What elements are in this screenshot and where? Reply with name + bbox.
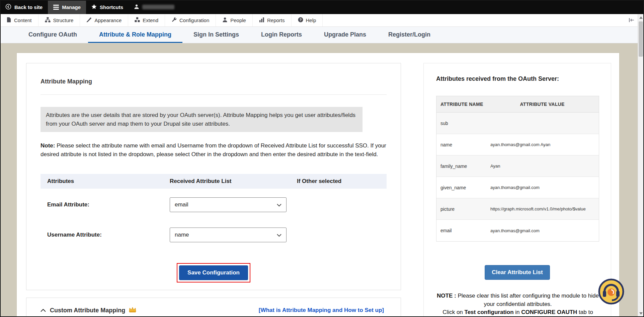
attribute-mapping-note: Note: Please select the attribute name w… xyxy=(41,141,387,158)
custom-attribute-mapping-header[interactable]: Custom Attribute Mapping [What is Attrib… xyxy=(41,307,387,314)
content-panel: Attribute Mapping Attributes are the use… xyxy=(16,53,620,317)
tab-configure-oauth[interactable]: Configure OAuth xyxy=(17,27,88,43)
column-received-attribute-list: Received Attribute List xyxy=(165,178,292,185)
structure-icon xyxy=(45,17,51,23)
attribute-mapping-description: Attributes are the user details that are… xyxy=(41,107,363,132)
module-tab-bar: Configure OAuth Attribute & Role Mapping… xyxy=(0,27,638,43)
chevron-up-icon[interactable] xyxy=(41,307,46,313)
menu-item-structure[interactable]: Structure xyxy=(38,14,80,26)
highlight-red-box: Save Configuration xyxy=(177,263,250,282)
menu-item-people[interactable]: People xyxy=(216,14,253,26)
note2-pre: Click on xyxy=(442,309,464,315)
scrollbar-up-arrow[interactable] xyxy=(639,16,643,19)
attribute-value: Ayan xyxy=(486,164,599,169)
svg-text:?: ? xyxy=(299,18,301,22)
tab-register-login[interactable]: Register/Login xyxy=(377,27,441,43)
divider xyxy=(41,94,387,95)
appearance-icon xyxy=(86,17,92,23)
username-attribute-row: Username Attribute: name xyxy=(41,228,387,242)
menu-item-content[interactable]: Content xyxy=(0,14,38,26)
support-chat-widget[interactable] xyxy=(598,278,625,305)
received-attributes-card: Attributes received from the OAuth Serve… xyxy=(423,63,611,317)
table-row: name ayan.thomas@gmail.com Ayan xyxy=(436,134,599,155)
attribute-value: ayan.thomas@gmail.com xyxy=(486,228,599,233)
extend-icon xyxy=(135,17,140,23)
main-content: Attribute Mapping Attributes are the use… xyxy=(0,43,638,317)
manage-label: Manage xyxy=(62,4,81,10)
menu-item-extend[interactable]: Extend xyxy=(128,14,165,26)
attribute-name: given_name xyxy=(436,185,486,190)
back-to-site-button[interactable]: Back to site xyxy=(0,0,48,14)
selected-value: email xyxy=(175,201,188,208)
menu-label: Help xyxy=(306,17,316,23)
username-attribute-label: Username Attribute: xyxy=(41,232,165,238)
menu-item-reports[interactable]: Reports xyxy=(253,14,292,26)
column-attributes: Attributes xyxy=(41,178,165,185)
menu-label: Extend xyxy=(143,17,158,23)
email-attribute-select[interactable]: email xyxy=(170,197,287,212)
collapse-left-icon xyxy=(628,17,635,24)
table-row: sub xyxy=(436,113,599,134)
configuration-icon xyxy=(171,17,177,23)
clear-list-note: NOTE : Please clear this list after conf… xyxy=(432,292,603,317)
clear-attribute-list-button[interactable]: Clear Attribute List xyxy=(485,265,550,280)
save-configuration-button[interactable]: Save Configuration xyxy=(179,265,248,280)
custom-attribute-mapping-title: Custom Attribute Mapping xyxy=(50,307,125,314)
menu-label: People xyxy=(230,17,246,23)
back-to-site-label: Back to site xyxy=(14,4,43,10)
menu-icon xyxy=(53,4,59,11)
custom-attribute-mapping-card: Custom Attribute Mapping [What is Attrib… xyxy=(26,298,401,317)
tab-upgrade-plans[interactable]: Upgrade Plans xyxy=(313,27,377,43)
attribute-value: ayan.thomas@gmail.com Ayan xyxy=(486,142,599,147)
username-redacted xyxy=(142,5,174,9)
manage-tab[interactable]: Manage xyxy=(48,0,86,14)
content-icon xyxy=(6,17,11,23)
menu-label: Structure xyxy=(53,17,74,23)
back-icon xyxy=(5,4,11,11)
shortcuts-tab[interactable]: Shortcuts xyxy=(86,0,129,14)
table-row: given_name ayan.thomas@gmail.com xyxy=(436,177,599,198)
note-line-2: Click on Test configuration in CONFIGURE… xyxy=(432,308,603,317)
attribute-mapping-help-link[interactable]: [What is Attribute Mapping and How to Se… xyxy=(259,307,384,314)
toolbar-orientation-toggle[interactable] xyxy=(628,14,635,27)
menu-item-appearance[interactable]: Appearance xyxy=(80,14,128,26)
menu-label: Appearance xyxy=(94,17,122,23)
mapping-table-header: Attributes Received Attribute List If Ot… xyxy=(41,174,387,189)
tab-attribute-role-mapping[interactable]: Attribute & Role Mapping xyxy=(88,27,182,43)
table-row: picture https://graph.microsoft.com/v1.0… xyxy=(436,198,599,220)
crown-premium-icon xyxy=(129,307,137,314)
table-row: family_name Ayan xyxy=(436,155,599,177)
clear-area: Clear Attribute List xyxy=(436,265,598,280)
note-label: NOTE : xyxy=(437,293,456,299)
tab-login-reports[interactable]: Login Reports xyxy=(250,27,313,43)
attribute-value: ayan.thomas@gmail.com xyxy=(486,185,599,190)
admin-menu-bar: Content Structure Appearance Extend Conf… xyxy=(0,14,638,27)
note-label: Note: xyxy=(41,142,55,149)
menu-item-help[interactable]: ? Help xyxy=(292,14,323,26)
attribute-value: https://graph.microsoft.com/v1.0/me/phot… xyxy=(486,206,599,211)
scrollbar-down-arrow[interactable] xyxy=(639,312,643,315)
note2-bold1: Test configuration xyxy=(465,309,514,315)
column-attribute-name: ATTRIBUTE NAME xyxy=(436,102,486,107)
user-account-tab[interactable] xyxy=(129,0,180,14)
attribute-mapping-card: Attribute Mapping Attributes are the use… xyxy=(26,63,401,290)
scrollbar-thumb[interactable] xyxy=(639,21,643,57)
received-attributes-title: Attributes received from the OAuth Serve… xyxy=(436,75,598,82)
user-icon xyxy=(134,4,139,10)
menu-item-configuration[interactable]: Configuration xyxy=(165,14,216,26)
column-attribute-value: ATTRIBUTE VALUE xyxy=(486,102,599,107)
note-line-1: NOTE : Please clear this list after conf… xyxy=(432,292,603,308)
star-icon xyxy=(91,4,97,10)
people-icon xyxy=(222,17,228,23)
note-body: Please clear this list after configuring… xyxy=(456,293,599,307)
received-attributes-table-header: ATTRIBUTE NAME ATTRIBUTE VALUE xyxy=(436,96,599,113)
username-attribute-select[interactable]: name xyxy=(170,228,287,242)
attribute-name: sub xyxy=(436,121,486,126)
page-scrollbar[interactable] xyxy=(638,14,644,317)
email-attribute-row: Email Attribute: email xyxy=(41,197,387,212)
table-row: email ayan.thomas@gmail.com xyxy=(436,220,599,241)
attribute-name: picture xyxy=(436,206,486,212)
tab-sign-in-settings[interactable]: Sign In Settings xyxy=(182,27,250,43)
shortcuts-label: Shortcuts xyxy=(100,4,123,10)
menu-label: Reports xyxy=(267,17,285,23)
